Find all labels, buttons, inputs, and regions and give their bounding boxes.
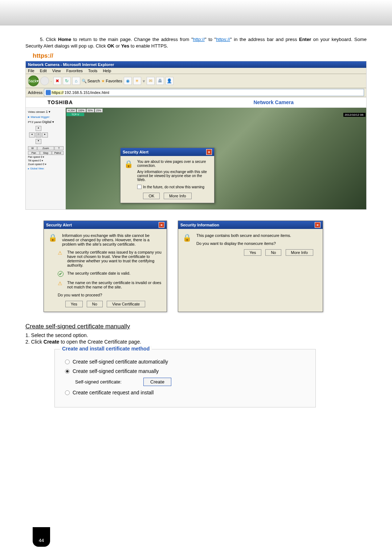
menubar: File Edit View Favorites Tools Help: [26, 68, 366, 74]
radio-auto[interactable]: [65, 360, 70, 364]
security-alert-dialog-2: Security Alert× Information you exchange…: [44, 221, 167, 312]
security-information-dialog: Security Information× This page contains…: [178, 221, 323, 312]
menu-tools[interactable]: Tools: [88, 69, 98, 73]
lock-icon: [124, 160, 134, 170]
address-bar: Address https://192.168.5.151/index.html: [26, 88, 366, 97]
address-label: Address: [28, 90, 42, 95]
certificate-method-panel: Create and install certificate method Cr…: [54, 349, 316, 407]
yes-button[interactable]: Yes: [244, 249, 261, 256]
camera-sidebar: Video stream 1 ▾ ▸ Manual trigger: PTZ p…: [26, 108, 66, 209]
radio-request[interactable]: [65, 390, 70, 395]
radio-manual[interactable]: [65, 369, 70, 374]
create-button[interactable]: Create: [143, 378, 171, 386]
refresh-icon[interactable]: ↻: [63, 77, 71, 85]
toolbar: Back ▾ · ✖ ↻ ⌂ 🔍Search ★Favorites ◉ ☀ ▾ …: [26, 74, 366, 88]
address-input[interactable]: https://192.168.5.151/index.html: [44, 89, 364, 96]
menu-edit[interactable]: Edit: [40, 69, 47, 73]
step-2: 2. Click Create to open the Create Certi…: [25, 339, 367, 345]
ptz-right[interactable]: ▸: [42, 132, 48, 138]
ptz-pad[interactable]: ▴ ▾ ◂ ▸ ⌂: [28, 126, 50, 144]
https-callout: https://: [33, 52, 367, 59]
search-button[interactable]: 🔍Search: [82, 79, 100, 83]
https-link[interactable]: https://: [216, 37, 230, 42]
mail-icon[interactable]: ✉: [147, 77, 155, 85]
stream-tab[interactable]: H.264: [66, 108, 76, 112]
menu-view[interactable]: View: [52, 69, 61, 73]
page-title: Network Camera: [254, 99, 294, 105]
media-icon[interactable]: ◉: [124, 77, 132, 85]
brand-logo: TOSHIBA: [48, 99, 73, 105]
window-title: Network Camera - Microsoft Internet Expl…: [26, 61, 366, 68]
more-info-button[interactable]: More Info: [164, 193, 191, 199]
close-icon[interactable]: ×: [159, 222, 164, 228]
lock-warn-icon: [48, 233, 58, 243]
video-timestamp: 2012/10/12 08:: [343, 113, 366, 117]
self-signed-label: Self-signed certificate:: [75, 379, 122, 385]
print-icon[interactable]: 🖶: [156, 77, 164, 85]
step-1: 1. Select the second option.: [25, 332, 367, 338]
zoom-25[interactable]: 25%: [95, 108, 103, 112]
section-heading: Create self-signed certificate manually: [25, 323, 367, 330]
check-icon: [58, 271, 64, 277]
forward-button[interactable]: [40, 77, 49, 85]
history-icon[interactable]: ☀: [133, 77, 141, 85]
menu-file[interactable]: File: [28, 69, 34, 73]
view-certificate-button[interactable]: View Certificate: [107, 301, 145, 307]
yes-button[interactable]: Yes: [65, 301, 83, 307]
video-area: H.264 100% 50% 25% TCP-V 2012/10/12 08: …: [66, 108, 366, 209]
page-header-wave: [0, 0, 392, 25]
page-icon: [46, 90, 51, 95]
instruction-step-5: 5. Click Home to return to the main page…: [25, 36, 367, 49]
warning-icon: [58, 250, 64, 256]
tcp-label: TCP-V: [66, 113, 84, 116]
ptz-up[interactable]: ▴: [36, 126, 41, 131]
panel-legend: Create and install certificate method: [60, 346, 152, 352]
zoom-100[interactable]: 100%: [77, 108, 86, 112]
zoom-50[interactable]: 50%: [86, 108, 94, 112]
favorites-button[interactable]: ★Favorites: [101, 79, 122, 83]
ptz-left[interactable]: ◂: [29, 132, 35, 138]
lock-warn-icon: [183, 233, 193, 243]
close-icon[interactable]: ×: [315, 222, 320, 228]
back-button[interactable]: Back ▾: [28, 75, 39, 86]
dont-show-checkbox[interactable]: [137, 185, 142, 189]
ok-button[interactable]: OK: [143, 193, 160, 199]
menu-help[interactable]: Help: [103, 69, 111, 73]
home-icon[interactable]: ⌂: [72, 77, 80, 85]
stop-icon[interactable]: ✖: [53, 77, 61, 85]
browser-screenshot: Network Camera - Microsoft Internet Expl…: [25, 61, 367, 210]
no-button[interactable]: No: [87, 301, 103, 307]
close-icon[interactable]: ×: [206, 149, 212, 155]
messenger-icon[interactable]: 👤: [166, 77, 173, 85]
menu-favorites[interactable]: Favorites: [66, 69, 83, 73]
ptz-down[interactable]: ▾: [36, 139, 41, 144]
ptz-home[interactable]: ⌂: [36, 132, 41, 138]
http-link[interactable]: http://: [193, 37, 205, 42]
security-alert-dialog-1: Security Alert× You are about to view pa…: [120, 148, 215, 203]
more-info-button[interactable]: More Info: [286, 249, 313, 256]
warning-icon: [58, 280, 64, 286]
no-button[interactable]: No: [265, 249, 281, 256]
